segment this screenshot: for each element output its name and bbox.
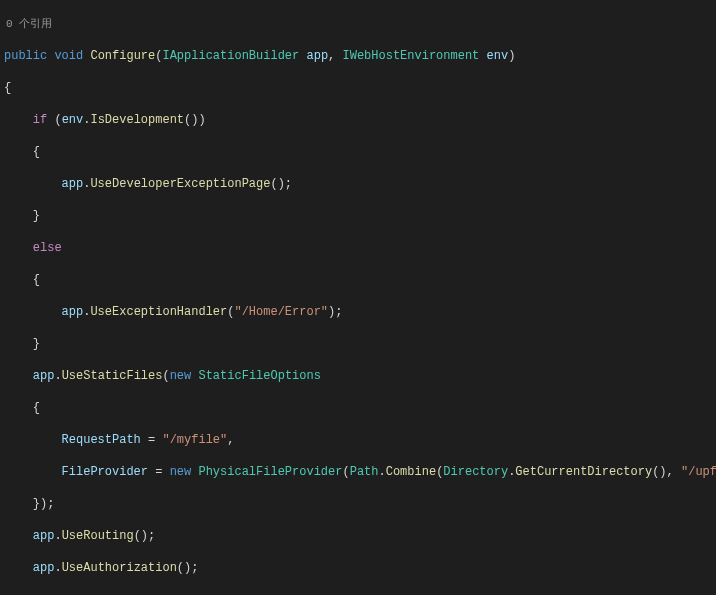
code-line: if (env.IsDevelopment()): [4, 112, 716, 128]
code-line: {: [4, 80, 716, 96]
code-line: }: [4, 208, 716, 224]
codelens-references[interactable]: 0 个引用: [4, 16, 716, 32]
code-line: app.UseStaticFiles(new StaticFileOptions: [4, 368, 716, 384]
code-line: {: [4, 400, 716, 416]
code-line: else: [4, 240, 716, 256]
code-line: }: [4, 336, 716, 352]
code-line: FileProvider = new PhysicalFileProvider(…: [4, 464, 716, 480]
code-line: RequestPath = "/myfile",: [4, 432, 716, 448]
code-editor[interactable]: 0 个引用 public void Configure(IApplication…: [0, 0, 716, 595]
code-line: });: [4, 496, 716, 512]
code-line: {: [4, 144, 716, 160]
code-line: public void Configure(IApplicationBuilde…: [4, 48, 716, 64]
code-line: {: [4, 272, 716, 288]
code-line: app.UseRouting();: [4, 528, 716, 544]
code-line: app.UseExceptionHandler("/Home/Error");: [4, 304, 716, 320]
code-line: app.UseDeveloperExceptionPage();: [4, 176, 716, 192]
code-line: app.UseAuthorization();: [4, 560, 716, 576]
